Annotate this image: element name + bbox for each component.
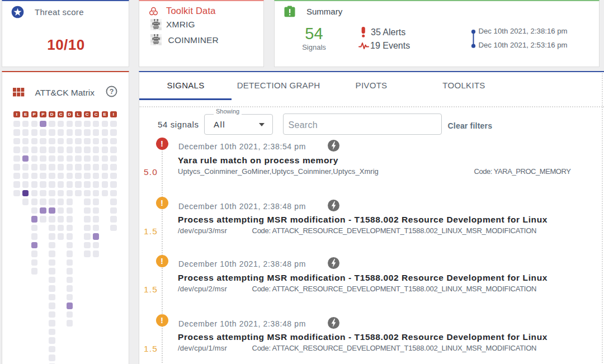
svg-text:?: ? (109, 88, 114, 96)
